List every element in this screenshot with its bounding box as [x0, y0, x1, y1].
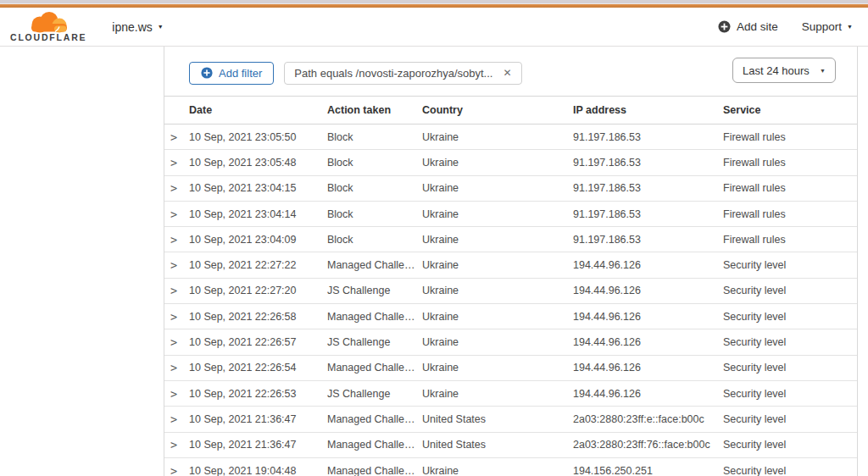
table-row[interactable]: > 10 Sep, 2021 22:27:22 Managed Challeng…: [164, 252, 857, 278]
close-icon[interactable]: ✕: [503, 68, 511, 78]
table-row[interactable]: > 10 Sep, 2021 21:36:47 Managed Challeng…: [164, 433, 857, 458]
cell-country: Ukraine: [422, 388, 573, 400]
zone-name: ipne.ws: [112, 20, 152, 34]
expand-chevron-icon[interactable]: >: [164, 335, 189, 349]
table-row[interactable]: > 10 Sep, 2021 23:04:14 Block Ukraine 91…: [164, 202, 857, 227]
cell-country: Ukraine: [422, 208, 573, 220]
cell-date: 10 Sep, 2021 22:27:22: [189, 259, 327, 271]
cell-action-taken: JS Challenge: [327, 285, 422, 296]
cell-action-taken: JS Challenge: [327, 336, 422, 348]
cell-date: 10 Sep, 2021 21:36:47: [189, 413, 327, 425]
table-row[interactable]: > 10 Sep, 2021 22:27:20 JS Challenge Ukr…: [164, 279, 857, 304]
cell-ip-address: 91.197.186.53: [573, 234, 723, 246]
cell-service: Security level: [723, 362, 857, 374]
topbar-actions: Add site Support ▼: [718, 20, 853, 33]
cell-country: Ukraine: [422, 259, 573, 271]
support-menu[interactable]: Support ▼: [802, 20, 853, 33]
cell-date: 10 Sep, 2021 23:04:09: [189, 234, 327, 246]
expand-chevron-icon[interactable]: >: [164, 284, 189, 297]
expand-chevron-icon[interactable]: >: [164, 181, 189, 195]
cell-ip-address: 2a03:2880:23ff:e::face:b00c: [573, 413, 723, 425]
table-row[interactable]: > 10 Sep, 2021 22:26:57 JS Challenge Ukr…: [164, 329, 857, 355]
cell-action-taken: Managed Challenge: [327, 362, 422, 374]
expand-chevron-icon[interactable]: >: [164, 387, 189, 401]
column-header-action: Action taken: [327, 104, 422, 116]
cell-date: 10 Sep, 2021 23:05:48: [189, 157, 327, 169]
cell-ip-address: 2a03:2880:23ff:76::face:b00c: [573, 439, 723, 451]
cell-date: 10 Sep, 2021 22:26:57: [189, 336, 327, 348]
column-header-service: Service: [723, 104, 857, 116]
cell-date: 10 Sep, 2021 22:27:20: [189, 285, 327, 296]
expand-chevron-icon[interactable]: >: [164, 412, 189, 426]
cell-service: Security level: [723, 259, 857, 271]
table-row[interactable]: > 10 Sep, 2021 21:36:47 Managed Challeng…: [164, 407, 857, 432]
top-navigation-bar: CLOUDFLARE ipne.ws ▼ Add site Support ▼: [0, 8, 868, 47]
add-site-button[interactable]: Add site: [718, 20, 778, 33]
cell-date: 10 Sep, 2021 23:05:50: [189, 131, 327, 143]
chevron-down-icon: ▼: [820, 68, 826, 74]
expand-chevron-icon[interactable]: >: [164, 361, 189, 374]
cell-service: Firewall rules: [723, 157, 857, 169]
cell-ip-address: 194.44.96.126: [573, 388, 723, 400]
cell-action-taken: Block: [327, 157, 422, 169]
cell-ip-address: 194.156.250.251: [573, 465, 723, 476]
expand-chevron-icon[interactable]: >: [164, 156, 189, 169]
expand-chevron-icon[interactable]: >: [164, 208, 189, 221]
add-filter-button[interactable]: Add filter: [189, 62, 274, 85]
cell-date: 10 Sep, 2021 22:26:54: [189, 362, 327, 374]
table-row[interactable]: > 10 Sep, 2021 23:05:48 Block Ukraine 91…: [164, 150, 857, 175]
cell-ip-address: 194.44.96.126: [573, 362, 723, 374]
cell-date: 10 Sep, 2021 22:26:58: [189, 311, 327, 323]
add-site-label: Add site: [737, 20, 778, 33]
cell-service: Security level: [723, 439, 857, 451]
table-row[interactable]: > 10 Sep, 2021 22:26:53 JS Challenge Ukr…: [164, 381, 857, 407]
cell-action-taken: Block: [327, 182, 422, 194]
cell-ip-address: 194.44.96.126: [573, 259, 723, 271]
table-row[interactable]: > 10 Sep, 2021 23:04:09 Block Ukraine 91…: [164, 227, 857, 252]
cell-service: Security level: [723, 413, 857, 425]
cell-country: Ukraine: [422, 362, 573, 374]
cell-action-taken: Managed Challenge: [327, 439, 422, 451]
cell-action-taken: JS Challenge: [327, 388, 422, 400]
table-body: > 10 Sep, 2021 23:05:50 Block Ukraine 91…: [164, 125, 857, 476]
cell-ip-address: 91.197.186.53: [573, 131, 723, 143]
table-row[interactable]: > 10 Sep, 2021 22:26:54 Managed Challeng…: [164, 356, 857, 381]
cell-date: 10 Sep, 2021 21:36:47: [189, 439, 327, 451]
cell-country: Ukraine: [422, 285, 573, 296]
table-row[interactable]: > 10 Sep, 2021 22:26:58 Managed Challeng…: [164, 304, 857, 329]
cloudflare-logo[interactable]: CLOUDFLARE: [10, 11, 86, 42]
active-filter-label: Path equals /novosti-zaporozhya/sobyt...: [294, 67, 492, 80]
cell-country: United States: [422, 439, 573, 451]
expand-chevron-icon[interactable]: >: [164, 130, 189, 144]
expand-chevron-icon[interactable]: >: [164, 233, 189, 246]
column-header-country: Country: [422, 104, 573, 116]
cell-country: United States: [422, 413, 573, 425]
column-header-ip: IP address: [573, 104, 723, 116]
expand-chevron-icon[interactable]: >: [164, 464, 189, 476]
cell-service: Security level: [723, 311, 857, 323]
zone-selector[interactable]: ipne.ws ▼: [112, 20, 163, 34]
cell-action-taken: Managed Challenge: [327, 259, 422, 271]
cell-country: Ukraine: [422, 157, 573, 169]
active-filter-chip[interactable]: Path equals /novosti-zaporozhya/sobyt...…: [284, 62, 521, 85]
table-header-row: Date Action taken Country IP address Ser…: [164, 97, 857, 125]
cell-date: 10 Sep, 2021 22:26:53: [189, 388, 327, 400]
table-row[interactable]: > 10 Sep, 2021 23:05:50 Block Ukraine 91…: [164, 125, 857, 150]
table-row[interactable]: > 10 Sep, 2021 19:04:48 Managed Challeng…: [164, 458, 857, 476]
cell-action-taken: Block: [327, 234, 422, 246]
expand-chevron-icon[interactable]: >: [164, 310, 189, 324]
cell-action-taken: Block: [327, 208, 422, 220]
cell-country: Ukraine: [422, 465, 573, 476]
cell-action-taken: Managed Challenge: [327, 413, 422, 425]
cell-service: Security level: [723, 336, 857, 348]
table-row[interactable]: > 10 Sep, 2021 23:04:15 Block Ukraine 91…: [164, 176, 857, 202]
plus-circle-icon: [718, 20, 731, 33]
chevron-down-icon: ▼: [847, 24, 853, 30]
expand-chevron-icon[interactable]: >: [164, 258, 189, 272]
cell-service: Security level: [723, 388, 857, 400]
add-filter-label: Add filter: [219, 67, 262, 80]
filter-bar: Add filter Path equals /novosti-zaporozh…: [189, 60, 857, 86]
time-range-select[interactable]: Last 24 hours ▼: [732, 58, 836, 83]
cell-date: 10 Sep, 2021 19:04:48: [189, 465, 327, 476]
expand-chevron-icon[interactable]: >: [164, 438, 189, 451]
